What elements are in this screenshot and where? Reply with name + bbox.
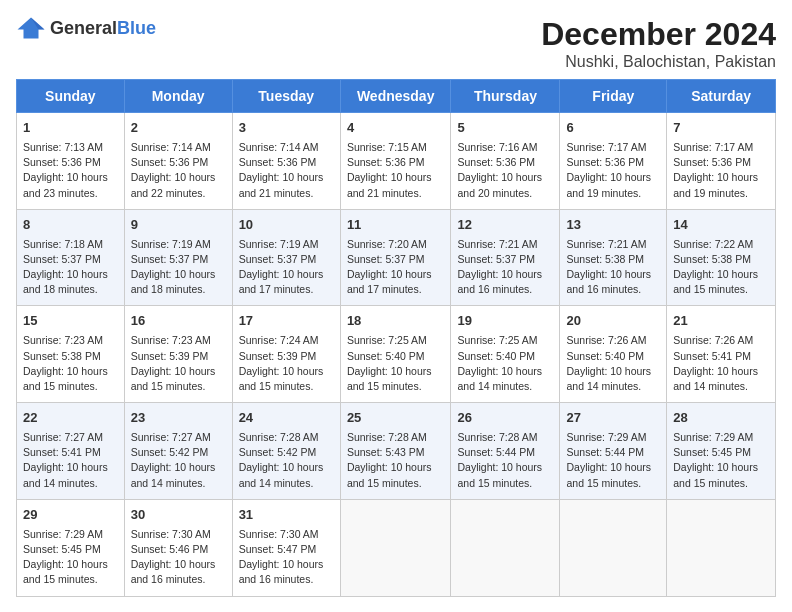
- day-info: Sunrise: 7:30 AM Sunset: 5:47 PM Dayligh…: [239, 527, 334, 588]
- day-number: 21: [673, 312, 769, 331]
- calendar-cell: 16Sunrise: 7:23 AM Sunset: 5:39 PM Dayli…: [124, 306, 232, 403]
- calendar-cell: 19Sunrise: 7:25 AM Sunset: 5:40 PM Dayli…: [451, 306, 560, 403]
- day-info: Sunrise: 7:29 AM Sunset: 5:44 PM Dayligh…: [566, 430, 660, 491]
- calendar-cell: 28Sunrise: 7:29 AM Sunset: 5:45 PM Dayli…: [667, 403, 776, 500]
- calendar-cell: 24Sunrise: 7:28 AM Sunset: 5:42 PM Dayli…: [232, 403, 340, 500]
- calendar-week-row: 1Sunrise: 7:13 AM Sunset: 5:36 PM Daylig…: [17, 113, 776, 210]
- calendar-cell: 13Sunrise: 7:21 AM Sunset: 5:38 PM Dayli…: [560, 209, 667, 306]
- calendar-cell: 14Sunrise: 7:22 AM Sunset: 5:38 PM Dayli…: [667, 209, 776, 306]
- calendar-cell: 18Sunrise: 7:25 AM Sunset: 5:40 PM Dayli…: [340, 306, 451, 403]
- day-info: Sunrise: 7:26 AM Sunset: 5:40 PM Dayligh…: [566, 333, 660, 394]
- day-number: 8: [23, 216, 118, 235]
- calendar-cell: 25Sunrise: 7:28 AM Sunset: 5:43 PM Dayli…: [340, 403, 451, 500]
- calendar-cell: 5Sunrise: 7:16 AM Sunset: 5:36 PM Daylig…: [451, 113, 560, 210]
- day-number: 22: [23, 409, 118, 428]
- day-number: 3: [239, 119, 334, 138]
- day-info: Sunrise: 7:23 AM Sunset: 5:39 PM Dayligh…: [131, 333, 226, 394]
- column-header-sunday: Sunday: [17, 80, 125, 113]
- day-number: 28: [673, 409, 769, 428]
- day-info: Sunrise: 7:28 AM Sunset: 5:44 PM Dayligh…: [457, 430, 553, 491]
- column-header-thursday: Thursday: [451, 80, 560, 113]
- day-info: Sunrise: 7:30 AM Sunset: 5:46 PM Dayligh…: [131, 527, 226, 588]
- column-header-tuesday: Tuesday: [232, 80, 340, 113]
- calendar-cell: 11Sunrise: 7:20 AM Sunset: 5:37 PM Dayli…: [340, 209, 451, 306]
- day-number: 16: [131, 312, 226, 331]
- calendar-cell: 23Sunrise: 7:27 AM Sunset: 5:42 PM Dayli…: [124, 403, 232, 500]
- day-number: 29: [23, 506, 118, 525]
- calendar-cell: 1Sunrise: 7:13 AM Sunset: 5:36 PM Daylig…: [17, 113, 125, 210]
- calendar-cell: 15Sunrise: 7:23 AM Sunset: 5:38 PM Dayli…: [17, 306, 125, 403]
- day-number: 23: [131, 409, 226, 428]
- day-info: Sunrise: 7:21 AM Sunset: 5:37 PM Dayligh…: [457, 237, 553, 298]
- column-header-wednesday: Wednesday: [340, 80, 451, 113]
- day-number: 20: [566, 312, 660, 331]
- day-number: 27: [566, 409, 660, 428]
- calendar-cell: 6Sunrise: 7:17 AM Sunset: 5:36 PM Daylig…: [560, 113, 667, 210]
- day-number: 6: [566, 119, 660, 138]
- day-number: 7: [673, 119, 769, 138]
- day-info: Sunrise: 7:17 AM Sunset: 5:36 PM Dayligh…: [673, 140, 769, 201]
- logo-icon: [16, 16, 46, 40]
- calendar-header-row: SundayMondayTuesdayWednesdayThursdayFrid…: [17, 80, 776, 113]
- calendar-cell: 10Sunrise: 7:19 AM Sunset: 5:37 PM Dayli…: [232, 209, 340, 306]
- day-info: Sunrise: 7:25 AM Sunset: 5:40 PM Dayligh…: [457, 333, 553, 394]
- calendar-cell: 2Sunrise: 7:14 AM Sunset: 5:36 PM Daylig…: [124, 113, 232, 210]
- calendar-week-row: 8Sunrise: 7:18 AM Sunset: 5:37 PM Daylig…: [17, 209, 776, 306]
- day-number: 18: [347, 312, 445, 331]
- day-number: 25: [347, 409, 445, 428]
- header: GeneralBlue December 2024 Nushki, Baloch…: [16, 16, 776, 71]
- logo-general-text: General: [50, 18, 117, 38]
- calendar-table: SundayMondayTuesdayWednesdayThursdayFrid…: [16, 79, 776, 597]
- day-info: Sunrise: 7:16 AM Sunset: 5:36 PM Dayligh…: [457, 140, 553, 201]
- calendar-cell: 31Sunrise: 7:30 AM Sunset: 5:47 PM Dayli…: [232, 499, 340, 596]
- day-number: 19: [457, 312, 553, 331]
- column-header-monday: Monday: [124, 80, 232, 113]
- day-info: Sunrise: 7:26 AM Sunset: 5:41 PM Dayligh…: [673, 333, 769, 394]
- calendar-week-row: 15Sunrise: 7:23 AM Sunset: 5:38 PM Dayli…: [17, 306, 776, 403]
- calendar-cell: [340, 499, 451, 596]
- day-number: 9: [131, 216, 226, 235]
- day-number: 1: [23, 119, 118, 138]
- column-header-saturday: Saturday: [667, 80, 776, 113]
- day-number: 4: [347, 119, 445, 138]
- day-info: Sunrise: 7:22 AM Sunset: 5:38 PM Dayligh…: [673, 237, 769, 298]
- calendar-cell: 22Sunrise: 7:27 AM Sunset: 5:41 PM Dayli…: [17, 403, 125, 500]
- day-info: Sunrise: 7:13 AM Sunset: 5:36 PM Dayligh…: [23, 140, 118, 201]
- calendar-cell: 27Sunrise: 7:29 AM Sunset: 5:44 PM Dayli…: [560, 403, 667, 500]
- day-info: Sunrise: 7:15 AM Sunset: 5:36 PM Dayligh…: [347, 140, 445, 201]
- day-info: Sunrise: 7:14 AM Sunset: 5:36 PM Dayligh…: [239, 140, 334, 201]
- day-info: Sunrise: 7:19 AM Sunset: 5:37 PM Dayligh…: [239, 237, 334, 298]
- calendar-cell: 30Sunrise: 7:30 AM Sunset: 5:46 PM Dayli…: [124, 499, 232, 596]
- calendar-cell: [560, 499, 667, 596]
- day-info: Sunrise: 7:23 AM Sunset: 5:38 PM Dayligh…: [23, 333, 118, 394]
- calendar-cell: 9Sunrise: 7:19 AM Sunset: 5:37 PM Daylig…: [124, 209, 232, 306]
- day-info: Sunrise: 7:27 AM Sunset: 5:42 PM Dayligh…: [131, 430, 226, 491]
- day-number: 31: [239, 506, 334, 525]
- day-number: 11: [347, 216, 445, 235]
- month-title: December 2024: [541, 16, 776, 53]
- day-number: 30: [131, 506, 226, 525]
- day-number: 26: [457, 409, 553, 428]
- day-info: Sunrise: 7:17 AM Sunset: 5:36 PM Dayligh…: [566, 140, 660, 201]
- logo-blue-text: Blue: [117, 18, 156, 38]
- day-number: 12: [457, 216, 553, 235]
- calendar-cell: 21Sunrise: 7:26 AM Sunset: 5:41 PM Dayli…: [667, 306, 776, 403]
- day-info: Sunrise: 7:20 AM Sunset: 5:37 PM Dayligh…: [347, 237, 445, 298]
- day-number: 15: [23, 312, 118, 331]
- day-number: 24: [239, 409, 334, 428]
- calendar-cell: 4Sunrise: 7:15 AM Sunset: 5:36 PM Daylig…: [340, 113, 451, 210]
- calendar-cell: [667, 499, 776, 596]
- day-info: Sunrise: 7:29 AM Sunset: 5:45 PM Dayligh…: [673, 430, 769, 491]
- day-number: 13: [566, 216, 660, 235]
- calendar-week-row: 22Sunrise: 7:27 AM Sunset: 5:41 PM Dayli…: [17, 403, 776, 500]
- calendar-cell: [451, 499, 560, 596]
- logo: GeneralBlue: [16, 16, 156, 40]
- day-info: Sunrise: 7:24 AM Sunset: 5:39 PM Dayligh…: [239, 333, 334, 394]
- day-number: 10: [239, 216, 334, 235]
- calendar-cell: 20Sunrise: 7:26 AM Sunset: 5:40 PM Dayli…: [560, 306, 667, 403]
- title-area: December 2024 Nushki, Balochistan, Pakis…: [541, 16, 776, 71]
- day-number: 2: [131, 119, 226, 138]
- day-info: Sunrise: 7:21 AM Sunset: 5:38 PM Dayligh…: [566, 237, 660, 298]
- day-info: Sunrise: 7:27 AM Sunset: 5:41 PM Dayligh…: [23, 430, 118, 491]
- calendar-cell: 17Sunrise: 7:24 AM Sunset: 5:39 PM Dayli…: [232, 306, 340, 403]
